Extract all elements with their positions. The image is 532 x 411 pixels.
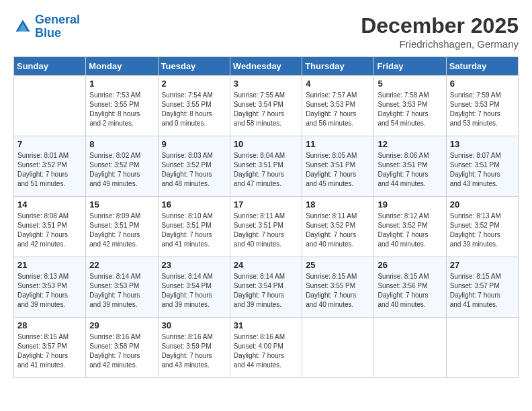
day-info: Sunrise: 8:09 AMSunset: 3:51 PMDaylight:… (89, 212, 154, 249)
location: Friedrichshagen, Germany (361, 38, 519, 50)
day-info: Sunrise: 8:11 AMSunset: 3:51 PMDaylight:… (234, 212, 298, 249)
day-info: Sunrise: 8:10 AMSunset: 3:51 PMDaylight:… (162, 212, 226, 249)
day-info: Sunrise: 8:14 AMSunset: 3:54 PMDaylight:… (162, 272, 226, 310)
day-number: 5 (378, 79, 442, 89)
week-row-4: 21Sunrise: 8:13 AMSunset: 3:53 PMDayligh… (14, 257, 519, 318)
day-number: 7 (17, 139, 82, 149)
day-cell: 31Sunrise: 8:16 AMSunset: 4:00 PMDayligh… (230, 318, 302, 378)
day-info: Sunrise: 8:12 AMSunset: 3:52 PMDaylight:… (378, 212, 442, 249)
weekday-header-row: SundayMondayTuesdayWednesdayThursdayFrid… (14, 57, 519, 76)
day-cell: 1Sunrise: 7:53 AMSunset: 3:55 PMDaylight… (86, 76, 158, 136)
day-info: Sunrise: 8:15 AMSunset: 3:55 PMDaylight:… (306, 272, 370, 310)
day-cell: 20Sunrise: 8:13 AMSunset: 3:52 PMDayligh… (446, 197, 518, 257)
day-cell: 23Sunrise: 8:14 AMSunset: 3:54 PMDayligh… (158, 257, 230, 318)
day-number: 13 (450, 139, 515, 149)
day-info: Sunrise: 8:14 AMSunset: 3:53 PMDaylight:… (89, 272, 154, 310)
day-number: 11 (306, 139, 370, 149)
day-cell (14, 76, 86, 136)
day-info: Sunrise: 8:02 AMSunset: 3:52 PMDaylight:… (89, 151, 154, 189)
day-cell: 24Sunrise: 8:14 AMSunset: 3:54 PMDayligh… (230, 257, 302, 318)
day-number: 2 (162, 79, 226, 89)
day-cell: 18Sunrise: 8:11 AMSunset: 3:52 PMDayligh… (302, 197, 374, 257)
day-info: Sunrise: 8:05 AMSunset: 3:51 PMDaylight:… (306, 151, 370, 189)
day-info: Sunrise: 8:15 AMSunset: 3:57 PMDaylight:… (17, 332, 82, 370)
logo: General Blue (13, 13, 80, 40)
calendar-table: SundayMondayTuesdayWednesdayThursdayFrid… (13, 56, 519, 378)
day-number: 4 (306, 79, 370, 89)
day-number: 18 (306, 199, 370, 210)
week-row-2: 7Sunrise: 8:01 AMSunset: 3:52 PMDaylight… (14, 136, 519, 197)
day-number: 21 (17, 260, 82, 270)
day-info: Sunrise: 8:06 AMSunset: 3:51 PMDaylight:… (378, 151, 442, 189)
day-info: Sunrise: 8:13 AMSunset: 3:52 PMDaylight:… (450, 212, 515, 249)
day-info: Sunrise: 8:01 AMSunset: 3:52 PMDaylight:… (17, 151, 82, 189)
day-number: 3 (234, 79, 298, 89)
day-info: Sunrise: 8:07 AMSunset: 3:51 PMDaylight:… (450, 151, 515, 189)
day-info: Sunrise: 8:16 AMSunset: 3:59 PMDaylight:… (162, 332, 226, 370)
day-info: Sunrise: 7:57 AMSunset: 3:53 PMDaylight:… (306, 91, 370, 128)
day-cell: 30Sunrise: 8:16 AMSunset: 3:59 PMDayligh… (158, 318, 230, 378)
day-number: 25 (306, 260, 370, 270)
day-number: 12 (378, 139, 442, 149)
day-cell: 17Sunrise: 8:11 AMSunset: 3:51 PMDayligh… (230, 197, 302, 257)
day-number: 8 (89, 139, 154, 149)
day-number: 28 (17, 320, 82, 330)
day-number: 30 (162, 320, 226, 330)
day-info: Sunrise: 7:53 AMSunset: 3:55 PMDaylight:… (89, 91, 154, 128)
day-info: Sunrise: 8:13 AMSunset: 3:53 PMDaylight:… (17, 272, 82, 310)
logo-icon (13, 17, 32, 36)
weekday-header-sunday: Sunday (14, 57, 86, 76)
day-cell: 3Sunrise: 7:55 AMSunset: 3:54 PMDaylight… (230, 76, 302, 136)
day-cell: 12Sunrise: 8:06 AMSunset: 3:51 PMDayligh… (374, 136, 446, 197)
day-number: 6 (450, 79, 515, 89)
weekday-header-monday: Monday (86, 57, 158, 76)
day-cell: 22Sunrise: 8:14 AMSunset: 3:53 PMDayligh… (86, 257, 158, 318)
day-number: 14 (17, 199, 82, 210)
day-number: 15 (89, 199, 154, 210)
day-cell: 10Sunrise: 8:04 AMSunset: 3:51 PMDayligh… (230, 136, 302, 197)
day-info: Sunrise: 8:04 AMSunset: 3:51 PMDaylight:… (234, 151, 298, 189)
day-info: Sunrise: 8:16 AMSunset: 3:58 PMDaylight:… (89, 332, 154, 370)
day-cell (446, 318, 518, 378)
day-cell: 29Sunrise: 8:16 AMSunset: 3:58 PMDayligh… (86, 318, 158, 378)
day-number: 31 (234, 320, 298, 330)
weekday-header-wednesday: Wednesday (230, 57, 302, 76)
day-number: 26 (378, 260, 442, 270)
day-number: 24 (234, 260, 298, 270)
week-row-1: 1Sunrise: 7:53 AMSunset: 3:55 PMDaylight… (14, 76, 519, 136)
day-cell (374, 318, 446, 378)
day-cell: 2Sunrise: 7:54 AMSunset: 3:55 PMDaylight… (158, 76, 230, 136)
day-info: Sunrise: 8:03 AMSunset: 3:52 PMDaylight:… (162, 151, 226, 189)
day-cell: 6Sunrise: 7:59 AMSunset: 3:53 PMDaylight… (446, 76, 518, 136)
day-cell: 21Sunrise: 8:13 AMSunset: 3:53 PMDayligh… (14, 257, 86, 318)
day-cell: 26Sunrise: 8:15 AMSunset: 3:56 PMDayligh… (374, 257, 446, 318)
day-cell: 11Sunrise: 8:05 AMSunset: 3:51 PMDayligh… (302, 136, 374, 197)
day-number: 22 (89, 260, 154, 270)
day-info: Sunrise: 7:58 AMSunset: 3:53 PMDaylight:… (378, 91, 442, 128)
day-cell: 8Sunrise: 8:02 AMSunset: 3:52 PMDaylight… (86, 136, 158, 197)
weekday-header-saturday: Saturday (446, 57, 518, 76)
month-title: December 2025 (361, 13, 519, 38)
day-number: 17 (234, 199, 298, 210)
day-info: Sunrise: 7:54 AMSunset: 3:55 PMDaylight:… (162, 91, 226, 128)
day-info: Sunrise: 8:16 AMSunset: 4:00 PMDaylight:… (234, 332, 298, 370)
weekday-header-tuesday: Tuesday (158, 57, 230, 76)
logo-text: General Blue (35, 13, 80, 40)
week-row-3: 14Sunrise: 8:08 AMSunset: 3:51 PMDayligh… (14, 197, 519, 257)
day-number: 20 (450, 199, 515, 210)
week-row-5: 28Sunrise: 8:15 AMSunset: 3:57 PMDayligh… (14, 318, 519, 378)
day-cell: 9Sunrise: 8:03 AMSunset: 3:52 PMDaylight… (158, 136, 230, 197)
day-cell: 15Sunrise: 8:09 AMSunset: 3:51 PMDayligh… (86, 197, 158, 257)
page-header: General Blue December 2025 Friedrichshag… (13, 13, 519, 50)
day-number: 1 (89, 79, 154, 89)
day-number: 23 (162, 260, 226, 270)
day-cell (302, 318, 374, 378)
day-number: 29 (89, 320, 154, 330)
day-cell: 14Sunrise: 8:08 AMSunset: 3:51 PMDayligh… (14, 197, 86, 257)
day-cell: 7Sunrise: 8:01 AMSunset: 3:52 PMDaylight… (14, 136, 86, 197)
day-number: 27 (450, 260, 515, 270)
day-info: Sunrise: 8:08 AMSunset: 3:51 PMDaylight:… (17, 212, 82, 249)
day-cell: 4Sunrise: 7:57 AMSunset: 3:53 PMDaylight… (302, 76, 374, 136)
day-cell: 19Sunrise: 8:12 AMSunset: 3:52 PMDayligh… (374, 197, 446, 257)
day-cell: 5Sunrise: 7:58 AMSunset: 3:53 PMDaylight… (374, 76, 446, 136)
